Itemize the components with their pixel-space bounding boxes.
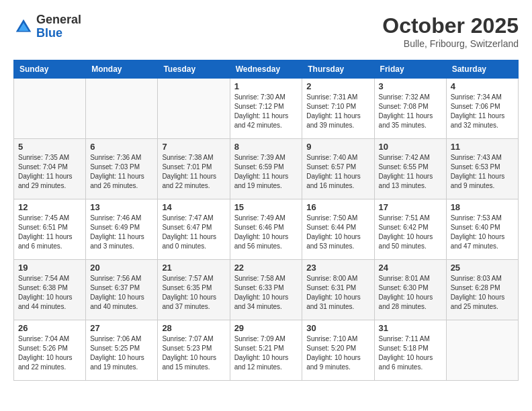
day-number: 31 [379,323,442,333]
day-number: 27 [90,323,153,333]
day-number: 26 [18,323,81,333]
calendar: SundayMondayTuesdayWednesdayThursdayFrid… [13,60,519,381]
day-number: 2 [306,81,369,91]
day-number: 25 [451,263,514,273]
day-info: Sunrise: 7:51 AM Sunset: 6:42 PM Dayligh… [379,214,442,251]
day-info: Sunrise: 7:45 AM Sunset: 6:51 PM Dayligh… [18,214,81,251]
calendar-cell: 13Sunrise: 7:46 AM Sunset: 6:49 PM Dayli… [86,199,158,260]
calendar-cell: 9Sunrise: 7:40 AM Sunset: 6:57 PM Daylig… [302,139,374,199]
day-info: Sunrise: 7:34 AM Sunset: 7:06 PM Dayligh… [451,93,514,130]
calendar-cell: 15Sunrise: 7:49 AM Sunset: 6:46 PM Dayli… [230,199,302,260]
page-header: General Blue October 2025 Bulle, Fribour… [13,13,519,49]
logo: General Blue [13,13,81,40]
calendar-week-4: 19Sunrise: 7:54 AM Sunset: 6:38 PM Dayli… [14,260,519,320]
calendar-week-5: 26Sunrise: 7:04 AM Sunset: 5:26 PM Dayli… [14,320,519,381]
calendar-week-2: 5Sunrise: 7:35 AM Sunset: 7:04 PM Daylig… [14,139,519,199]
day-number: 19 [18,263,81,273]
calendar-cell: 30Sunrise: 7:10 AM Sunset: 5:20 PM Dayli… [302,320,374,381]
header-sunday: Sunday [14,60,86,79]
calendar-cell: 4Sunrise: 7:34 AM Sunset: 7:06 PM Daylig… [446,79,518,139]
calendar-cell [446,320,518,381]
day-number: 5 [18,142,81,152]
calendar-cell: 2Sunrise: 7:31 AM Sunset: 7:10 PM Daylig… [302,79,374,139]
day-info: Sunrise: 7:10 AM Sunset: 5:20 PM Dayligh… [306,334,369,372]
calendar-cell: 17Sunrise: 7:51 AM Sunset: 6:42 PM Dayli… [374,199,446,260]
day-number: 14 [162,202,225,212]
day-info: Sunrise: 7:06 AM Sunset: 5:25 PM Dayligh… [90,334,153,372]
day-info: Sunrise: 7:49 AM Sunset: 6:46 PM Dayligh… [234,214,298,251]
day-info: Sunrise: 7:35 AM Sunset: 7:04 PM Dayligh… [18,153,81,191]
calendar-week-1: 1Sunrise: 7:30 AM Sunset: 7:12 PM Daylig… [14,79,519,139]
calendar-cell: 18Sunrise: 7:53 AM Sunset: 6:40 PM Dayli… [446,199,518,260]
header-monday: Monday [86,60,158,79]
header-wednesday: Wednesday [230,60,302,79]
calendar-cell: 24Sunrise: 8:01 AM Sunset: 6:30 PM Dayli… [374,260,446,320]
day-number: 6 [90,142,153,152]
day-info: Sunrise: 7:11 AM Sunset: 5:18 PM Dayligh… [379,334,442,372]
calendar-cell: 10Sunrise: 7:42 AM Sunset: 6:55 PM Dayli… [374,139,446,199]
location: Bulle, Fribourg, Switzerland [382,38,519,49]
calendar-cell: 11Sunrise: 7:43 AM Sunset: 6:53 PM Dayli… [446,139,518,199]
calendar-cell: 14Sunrise: 7:47 AM Sunset: 6:47 PM Dayli… [158,199,230,260]
calendar-cell: 12Sunrise: 7:45 AM Sunset: 6:51 PM Dayli… [14,199,86,260]
day-info: Sunrise: 7:46 AM Sunset: 6:49 PM Dayligh… [90,214,153,251]
day-number: 12 [18,202,81,212]
day-number: 28 [162,323,225,333]
calendar-header-row: SundayMondayTuesdayWednesdayThursdayFrid… [14,60,519,79]
calendar-cell: 31Sunrise: 7:11 AM Sunset: 5:18 PM Dayli… [374,320,446,381]
day-info: Sunrise: 7:47 AM Sunset: 6:47 PM Dayligh… [162,214,225,251]
day-number: 1 [234,81,298,91]
calendar-cell [86,79,158,139]
header-saturday: Saturday [446,60,518,79]
calendar-cell [14,79,86,139]
day-info: Sunrise: 7:09 AM Sunset: 5:21 PM Dayligh… [234,334,298,372]
day-number: 3 [379,81,442,91]
day-info: Sunrise: 8:01 AM Sunset: 6:30 PM Dayligh… [379,274,442,312]
day-number: 23 [306,263,369,273]
day-number: 7 [162,142,225,152]
day-info: Sunrise: 8:03 AM Sunset: 6:28 PM Dayligh… [451,274,514,312]
calendar-cell [158,79,230,139]
calendar-cell: 29Sunrise: 7:09 AM Sunset: 5:21 PM Dayli… [230,320,302,381]
day-number: 17 [379,202,442,212]
calendar-cell: 23Sunrise: 8:00 AM Sunset: 6:31 PM Dayli… [302,260,374,320]
calendar-cell: 6Sunrise: 7:36 AM Sunset: 7:03 PM Daylig… [86,139,158,199]
day-info: Sunrise: 7:40 AM Sunset: 6:57 PM Dayligh… [306,153,369,191]
calendar-cell: 21Sunrise: 7:57 AM Sunset: 6:35 PM Dayli… [158,260,230,320]
day-number: 29 [234,323,298,333]
calendar-cell: 27Sunrise: 7:06 AM Sunset: 5:25 PM Dayli… [86,320,158,381]
day-info: Sunrise: 7:57 AM Sunset: 6:35 PM Dayligh… [162,274,225,312]
day-info: Sunrise: 7:04 AM Sunset: 5:26 PM Dayligh… [18,334,81,372]
day-number: 9 [306,142,369,152]
calendar-cell: 26Sunrise: 7:04 AM Sunset: 5:26 PM Dayli… [14,320,86,381]
calendar-cell: 20Sunrise: 7:56 AM Sunset: 6:37 PM Dayli… [86,260,158,320]
logo-icon [13,17,34,37]
day-number: 24 [379,263,442,273]
day-info: Sunrise: 7:32 AM Sunset: 7:08 PM Dayligh… [379,93,442,130]
day-number: 16 [306,202,369,212]
title-block: October 2025 Bulle, Fribourg, Switzerlan… [382,13,519,49]
day-info: Sunrise: 7:42 AM Sunset: 6:55 PM Dayligh… [379,153,442,191]
day-info: Sunrise: 7:07 AM Sunset: 5:23 PM Dayligh… [162,334,225,372]
day-info: Sunrise: 7:50 AM Sunset: 6:44 PM Dayligh… [306,214,369,251]
day-number: 13 [90,202,153,212]
day-info: Sunrise: 8:00 AM Sunset: 6:31 PM Dayligh… [306,274,369,312]
day-info: Sunrise: 7:54 AM Sunset: 6:38 PM Dayligh… [18,274,81,312]
day-info: Sunrise: 7:39 AM Sunset: 6:59 PM Dayligh… [234,153,298,191]
day-info: Sunrise: 7:38 AM Sunset: 7:01 PM Dayligh… [162,153,225,191]
day-info: Sunrise: 7:36 AM Sunset: 7:03 PM Dayligh… [90,153,153,191]
day-info: Sunrise: 7:30 AM Sunset: 7:12 PM Dayligh… [234,93,298,130]
header-thursday: Thursday [302,60,374,79]
day-info: Sunrise: 7:56 AM Sunset: 6:37 PM Dayligh… [90,274,153,312]
calendar-cell: 22Sunrise: 7:58 AM Sunset: 6:33 PM Dayli… [230,260,302,320]
month-title: October 2025 [382,13,519,38]
logo-general: General [36,13,81,27]
header-friday: Friday [374,60,446,79]
day-number: 10 [379,142,442,152]
day-number: 30 [306,323,369,333]
day-number: 20 [90,263,153,273]
calendar-cell: 25Sunrise: 8:03 AM Sunset: 6:28 PM Dayli… [446,260,518,320]
calendar-cell: 3Sunrise: 7:32 AM Sunset: 7:08 PM Daylig… [374,79,446,139]
calendar-cell: 7Sunrise: 7:38 AM Sunset: 7:01 PM Daylig… [158,139,230,199]
calendar-cell: 1Sunrise: 7:30 AM Sunset: 7:12 PM Daylig… [230,79,302,139]
